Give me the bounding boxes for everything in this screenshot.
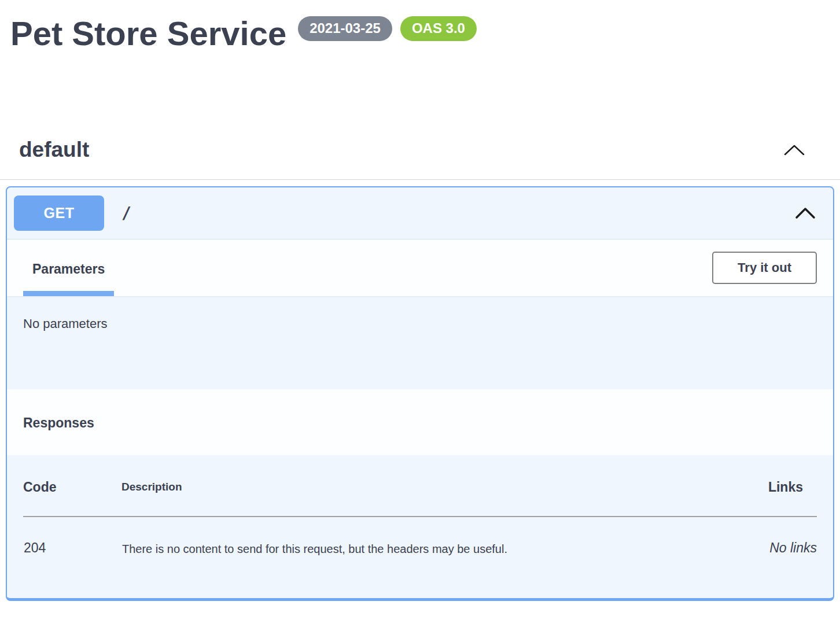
tab-parameters-label: Parameters [32,261,105,277]
no-parameters-text: No parameters [23,316,108,331]
response-links: No links [724,517,817,556]
tag-section-header-default[interactable]: default [0,138,840,180]
response-description: There is no content to send for this req… [121,517,724,556]
api-info-header: Pet Store Service 2021-03-25 OAS 3.0 [0,0,840,52]
responses-title: Responses [23,415,817,431]
response-row-204: 204 There is no content to send for this… [23,517,817,556]
http-method-badge: GET [14,196,104,231]
opblock-get-root: GET / Parameters Try it out No parameter… [6,186,834,601]
oas-version-badge: OAS 3.0 [400,16,477,41]
responses-table-header-row: Code Description Links [23,480,817,517]
operation-path: / [121,204,131,223]
api-badges: 2021-03-25 OAS 3.0 [298,16,477,41]
column-header-description: Description [121,480,724,517]
api-title-row: Pet Store Service 2021-03-25 OAS 3.0 [10,15,828,52]
column-header-code: Code [23,480,121,517]
version-badge: 2021-03-25 [298,16,392,41]
responses-body: Code Description Links 204 There is no c… [7,455,833,598]
opblock-summary[interactable]: GET / [7,187,833,239]
column-header-links: Links [724,480,817,517]
parameters-section-header: Parameters Try it out [7,239,833,296]
chevron-up-icon[interactable] [795,206,816,220]
chevron-up-icon[interactable] [783,143,805,157]
response-code: 204 [23,517,121,556]
tab-parameters[interactable]: Parameters [23,239,114,296]
responses-table: Code Description Links 204 There is no c… [23,480,817,556]
tag-name: default [19,138,89,162]
swagger-ui-page: Pet Store Service 2021-03-25 OAS 3.0 def… [0,0,840,627]
api-title: Pet Store Service [10,15,286,52]
try-it-out-button[interactable]: Try it out [712,252,817,284]
responses-section-header: Responses [7,389,833,455]
parameters-body: No parameters [7,296,833,389]
